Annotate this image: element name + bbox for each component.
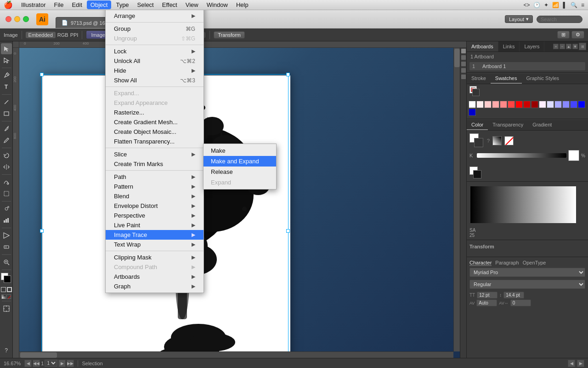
page-last-btn[interactable]: ▶▶ [67,360,74,367]
side-icon-4[interactable] [461,68,466,73]
swatch-pure-blue[interactable] [578,101,585,108]
menubar-object[interactable]: Object [87,0,112,9]
menu-expand-appearance[interactable]: Expand Appearance [106,98,204,108]
nav-left-btn[interactable]: ◀ [568,360,575,367]
stroke-outline-icon[interactable] [472,89,480,96]
symbol-sprayer-tool[interactable] [1,203,12,214]
tab-stroke[interactable]: Stroke [467,74,491,84]
submenu-expand[interactable]: Expand [204,177,276,188]
menu-image-trace[interactable]: Image Trace ▶ [106,230,204,240]
menu-envelope-distort[interactable]: Envelope Distort ▶ [106,201,204,211]
minimize-button[interactable] [14,16,20,22]
stroke-icon[interactable] [7,287,12,292]
swatch-dark-red[interactable] [523,101,531,108]
tab-artboards[interactable]: Artboards [467,41,498,52]
settings-button[interactable]: ⚙ [571,31,584,39]
tab-swatches[interactable]: Swatches [491,74,522,84]
menu-gradient-mesh[interactable]: Create Gradient Mesh... [106,117,204,127]
menu-live-paint[interactable]: Live Paint ▶ [106,220,204,230]
swatch-blue-very-light[interactable] [547,101,554,108]
panel-grid-btn[interactable]: ⊞ [579,43,586,50]
menu-hide[interactable]: Hide ▶ [106,66,204,75]
side-icon-1[interactable] [461,49,466,53]
slice-tool[interactable] [1,230,12,241]
help-tool[interactable]: ? [1,345,12,356]
swatch-periwinkle[interactable] [554,101,562,108]
column-graph-tool[interactable] [1,215,12,226]
menubar-help[interactable]: Help [232,0,252,9]
tab-gradient[interactable]: Gradient [528,120,556,130]
rotate-tool[interactable] [1,150,12,161]
swatch-red[interactable] [508,101,515,108]
gradient-box[interactable] [492,136,502,145]
menu-compound-path[interactable]: Compound Path ▶ [106,262,204,272]
swatch-dark-blue[interactable] [469,109,476,116]
menubar-type[interactable]: Type [112,0,132,9]
free-transform-tool[interactable] [1,188,12,199]
menu-pattern[interactable]: Pattern ▶ [106,182,204,191]
menu-show-all[interactable]: Show All ⌥⌘3 [106,75,204,85]
apple-menu[interactable]: 🍎 [4,0,13,9]
selection-tool[interactable] [1,43,12,54]
direct-selection-tool[interactable] [1,55,12,66]
zoom-tool[interactable] [1,257,12,268]
menu-lock[interactable]: Lock ▶ [106,46,204,56]
tab-transparency[interactable]: Transparency [488,120,528,130]
type-tool[interactable]: T [1,81,12,92]
tab-character[interactable]: Character [469,260,492,266]
menu-slice[interactable]: Slice ▶ [106,150,204,159]
font-style-select[interactable]: Regular [469,280,585,289]
tab-graphic-styles[interactable]: Graphic Styles [522,74,564,84]
menu-blend[interactable]: Blend ▶ [106,191,204,201]
maximize-button[interactable] [23,16,29,22]
layout-button[interactable]: Layout ▾ [505,15,533,23]
menu-unlock-all[interactable]: Unlock All ⌥⌘2 [106,56,204,66]
none-box[interactable] [504,136,514,145]
menu-text-wrap[interactable]: Text Wrap ▶ [106,240,204,249]
kerning-input[interactable] [510,299,531,306]
artboard-tool[interactable] [1,303,12,314]
submenu-make[interactable]: Make [204,145,276,156]
pencil-tool[interactable] [1,135,12,146]
close-button[interactable] [6,16,11,22]
reflect-tool[interactable] [1,161,12,172]
swatch-pure-red[interactable] [515,101,523,108]
arrange-button[interactable]: ⊞ [557,31,570,39]
menubar-illustrator[interactable]: Illustrator [17,0,49,9]
submenu-make-and-expand[interactable]: Make and Expand [204,156,276,167]
menubar-file[interactable]: File [50,0,67,9]
tracking-input[interactable] [476,299,497,306]
artboard-item-1[interactable]: 1 Artboard 1 [469,62,585,70]
transform-button[interactable]: Transform [214,31,245,39]
swatch-lavender-light[interactable] [539,101,546,108]
menubar-edit[interactable]: Edit [68,0,85,9]
page-prev-btn[interactable]: ◀ [24,360,32,367]
line-tool[interactable] [1,97,12,108]
swatch-pink[interactable] [484,101,492,108]
tab-opentype[interactable]: OpenType [523,260,546,266]
font-family-select[interactable]: Myriad Pro [469,268,585,277]
panel-dn-btn[interactable]: ▼ [572,44,578,49]
image-trace-submenu[interactable]: Make Make and Expand Release Expand [203,144,277,190]
small-stroke-icon[interactable] [473,170,481,178]
panel-add-btn[interactable]: + [553,44,559,49]
search-input[interactable] [537,16,582,23]
side-icon-2[interactable] [461,55,466,60]
menubar-select[interactable]: Select [134,0,158,9]
eraser-tool[interactable] [1,242,12,253]
swatch-blue[interactable] [570,101,577,108]
panel-up-btn[interactable]: ▲ [566,44,571,49]
canvas-area[interactable] [19,48,460,358]
none-mode-icon[interactable] [6,294,11,299]
font-size-input[interactable] [477,292,498,299]
warp-tool[interactable] [1,177,12,188]
menu-expand[interactable]: Expand... [106,88,204,98]
rectangle-tool[interactable] [1,108,12,119]
menu-rasterize[interactable]: Rasterize... [106,108,204,117]
swatch-red-light[interactable] [500,101,507,108]
swatch-white[interactable] [469,101,476,108]
page-select[interactable]: 1 [45,360,57,367]
menu-arrange[interactable]: Arrange ▶ [106,11,204,21]
side-icon-5[interactable] [461,75,466,79]
horizontal-scrollbar[interactable] [19,351,453,358]
